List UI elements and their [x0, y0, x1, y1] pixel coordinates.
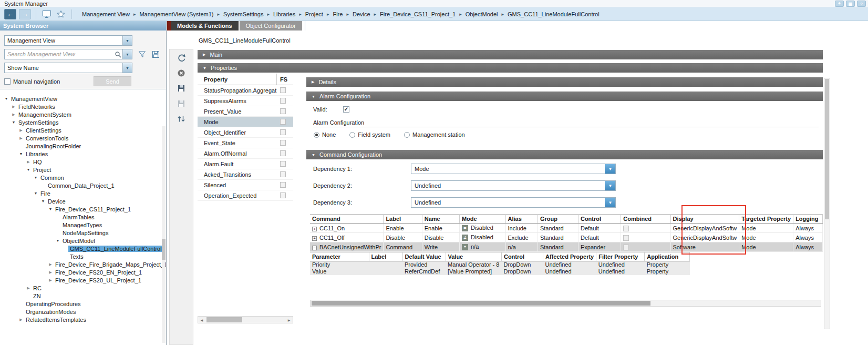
dependency-2-selector[interactable]: Undefined ▼ [411, 180, 616, 191]
dependency-1-selector[interactable]: Mode ▼ [411, 164, 616, 174]
combined-checkbox[interactable] [623, 235, 629, 241]
tree-item[interactable]: ▶RelatedItemsTemplates [0, 316, 166, 323]
parameter-column-header[interactable]: Application [645, 252, 690, 261]
tree-item[interactable]: ▼ManagementView [0, 95, 166, 103]
discard-changes-button[interactable] [175, 68, 188, 79]
parameter-column-header[interactable]: Affected Property [543, 252, 596, 261]
expand-row-icon[interactable]: + [312, 227, 317, 231]
filter-icon[interactable] [138, 50, 146, 58]
tree-item[interactable]: ▼Project [0, 166, 166, 174]
command-column-header[interactable]: Mode [459, 215, 505, 224]
command-column-header[interactable]: Combined [621, 215, 670, 224]
tree-item[interactable]: AlarmTables [0, 213, 166, 221]
tab-object-configurator[interactable]: Object Configurator [240, 21, 302, 31]
breadcrumb-item[interactable]: GMS_CC11_LineModuleFullControl [507, 11, 601, 17]
chevron-collapsed-icon[interactable]: ▶ [11, 113, 17, 117]
chevron-expanded-icon[interactable]: ▼ [33, 191, 39, 195]
tree-item[interactable]: Common_Data_Project_1 [0, 181, 166, 189]
combined-checkbox[interactable] [623, 226, 629, 231]
detail-scrollbar[interactable] [824, 78, 830, 329]
layout-icon[interactable]: ▦ [846, 1, 855, 7]
tree-item[interactable]: ▶Fire_Device_FS20_EN_Project_1 [0, 268, 166, 276]
chevron-down-icon[interactable]: ▼ [605, 198, 615, 207]
chevron-collapsed-icon[interactable]: ▶ [25, 286, 32, 290]
chevron-collapsed-icon[interactable]: ▶ [18, 136, 24, 140]
search-input[interactable] [5, 51, 113, 57]
back-button[interactable]: ← [4, 9, 16, 19]
chevron-expanded-icon[interactable]: ▼ [11, 120, 17, 124]
radio-option-field-system[interactable]: Field system [349, 131, 390, 138]
chevron-expanded-icon[interactable]: ▼ [25, 168, 32, 171]
tree-item[interactable]: ▶ManagementSystem [0, 110, 166, 118]
tree-item[interactable]: ▶Fire_Device_FS20_UL_Project_1 [0, 276, 166, 284]
tree-item[interactable]: ▼Fire [0, 189, 166, 197]
tree-item[interactable]: ▼ObjectModel [0, 237, 166, 245]
parameter-column-header[interactable]: Filter Property [596, 252, 645, 261]
property-row[interactable]: Present_Value [198, 106, 293, 117]
breadcrumb-item[interactable]: Device [352, 11, 371, 17]
chevron-down-icon[interactable]: ▼ [122, 36, 132, 45]
breadcrumb-item[interactable]: ObjectModel [464, 11, 499, 17]
favorites-star-icon[interactable] [55, 9, 67, 19]
chevron-collapsed-icon[interactable]: ▶ [47, 278, 54, 282]
property-row[interactable]: Acked_Transitions [198, 169, 293, 180]
save-as-button[interactable] [175, 99, 188, 109]
scrollbar-track[interactable] [205, 317, 285, 323]
breadcrumb-item[interactable]: SystemSettings [222, 11, 264, 17]
property-row[interactable]: Silenced [198, 180, 293, 190]
property-row[interactable]: Mode [198, 117, 293, 127]
scroll-right-icon[interactable]: ▶ [285, 318, 293, 322]
command-row[interactable]: +CC11_OnEnableEnable=DisabledIncludeStan… [310, 224, 823, 233]
breadcrumb-item[interactable]: Fire [332, 11, 344, 17]
breadcrumb-item[interactable]: Fire_Device_CS11_Project_1 [379, 11, 457, 17]
parameter-row[interactable]: ValueReferCmdDef[Value Prompted]DropDown… [310, 268, 690, 275]
tree-item[interactable]: ▶HQ [0, 158, 166, 166]
manual-navigation-checkbox[interactable] [4, 78, 11, 85]
command-row[interactable]: −BACnetUnsignedWithPrCommandWrite*n/an/a… [310, 242, 823, 252]
chevron-down-icon[interactable]: ▼ [122, 63, 132, 73]
fs-checkbox[interactable] [280, 87, 286, 93]
breadcrumb-item[interactable]: Libraries [272, 11, 296, 17]
property-row[interactable]: Object_Identifier [198, 127, 293, 138]
tree-scrollbar-thumb[interactable] [162, 239, 166, 260]
chevron-collapsed-icon[interactable]: ▶ [47, 270, 54, 275]
search-icon[interactable] [113, 51, 122, 58]
command-column-header[interactable]: Display [670, 215, 739, 224]
chevron-collapsed-icon[interactable]: ▶ [25, 160, 32, 164]
property-row[interactable]: Operation_Expected [198, 190, 293, 201]
tree-item[interactable]: ▶FieldNetworks [0, 103, 166, 110]
chevron-expanded-icon[interactable]: ▼ [55, 239, 61, 242]
property-row[interactable]: Event_State [198, 138, 293, 148]
fs-checkbox[interactable] [280, 192, 286, 198]
valid-checkbox[interactable]: ✓ [343, 106, 349, 113]
chevron-expanded-icon[interactable]: ▼ [18, 152, 24, 156]
forward-button[interactable]: → [19, 9, 31, 19]
scrollbar-thumb[interactable] [206, 317, 242, 322]
command-column-header[interactable]: Control [578, 215, 621, 224]
breadcrumb-item[interactable]: ManagementView (System1) [138, 11, 214, 17]
tree-item[interactable]: ▼Fire_Device_CS11_Project_1 [0, 205, 166, 213]
tree-item[interactable]: ▶Fire_Device_Fire_Brigade_Maps_Project_1 [0, 260, 166, 268]
chevron-expanded-icon[interactable]: ▼ [40, 199, 46, 203]
help-icon[interactable]: ? [857, 1, 866, 7]
section-alarm-configuration[interactable]: ▼ Alarm Configuration [306, 92, 823, 101]
property-row[interactable]: StatusPropagation.Aggregat [198, 85, 293, 96]
command-hscrollbar[interactable] [310, 300, 821, 307]
fs-checkbox[interactable] [280, 150, 286, 156]
chevron-down-icon[interactable]: ▼ [605, 181, 615, 190]
chevron-collapsed-icon[interactable]: ▶ [11, 105, 17, 109]
fs-checkbox[interactable] [280, 161, 286, 167]
property-row[interactable]: SuppressAlarms [198, 96, 293, 106]
scroll-left-icon[interactable]: ◀ [198, 318, 205, 322]
column-header-property[interactable]: Property [198, 74, 277, 85]
tree-item[interactable]: JournalingRootFolder [0, 142, 166, 150]
command-column-header[interactable]: Group [538, 215, 578, 224]
command-column-header[interactable]: Logging [793, 215, 823, 224]
tree-scrollbar[interactable] [162, 126, 166, 343]
chevron-collapsed-icon[interactable]: ▶ [18, 128, 24, 133]
view-selector[interactable]: Management View ▼ [4, 35, 132, 46]
parameter-column-header[interactable]: Parameter [310, 252, 369, 261]
send-button[interactable]: Send [94, 76, 131, 86]
dependency-3-selector[interactable]: Undefined ▼ [411, 197, 616, 208]
chevron-expanded-icon[interactable]: ▼ [3, 97, 9, 100]
